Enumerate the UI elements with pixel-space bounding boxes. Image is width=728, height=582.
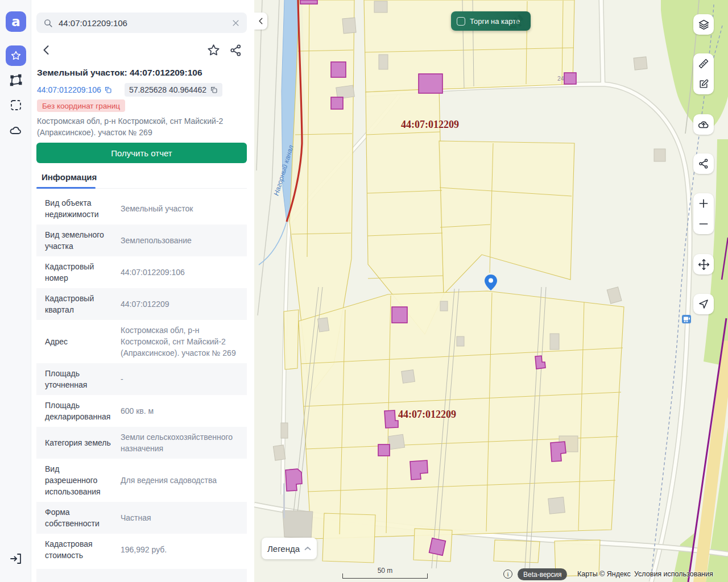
beta-badge: Beta-версия bbox=[518, 568, 567, 580]
zoom-in-button[interactable] bbox=[693, 193, 714, 214]
search-bar[interactable] bbox=[36, 13, 247, 33]
auctions-checkbox[interactable] bbox=[457, 17, 465, 26]
tab-information[interactable]: Информация bbox=[42, 172, 97, 182]
address-text: Костромская обл, р-н Костромской, снт Ма… bbox=[37, 115, 237, 138]
get-report-button[interactable]: Получить отчет bbox=[36, 143, 247, 163]
identifier-row: 44:07:012209:106 57.825628 40.964462 bbox=[37, 83, 251, 97]
table-row: Форма собственностиЧастная bbox=[36, 502, 247, 534]
quarter-label: 44:07:012209 bbox=[398, 409, 456, 420]
tab-underline bbox=[36, 187, 96, 189]
logout-button[interactable] bbox=[7, 550, 24, 567]
app-logo[interactable]: a bbox=[6, 11, 26, 32]
clear-search-icon[interactable] bbox=[231, 19, 240, 27]
ruler-button[interactable] bbox=[693, 53, 714, 74]
panel-scrollbar[interactable] bbox=[283, 483, 285, 518]
polygon-icon bbox=[9, 73, 23, 88]
map-attribution: Карты © Яндекс bbox=[577, 570, 631, 578]
table-row: Вид разрешенного использованияДля ведени… bbox=[36, 459, 247, 502]
move-icon bbox=[698, 259, 710, 271]
cloud-upload-icon bbox=[697, 118, 710, 131]
table-row bbox=[36, 569, 247, 582]
copy-icon[interactable] bbox=[104, 86, 112, 94]
map-viewport[interactable]: 249 44:07:012209 44:07:012209 Нагорный к… bbox=[254, 0, 728, 582]
collapse-panel-button[interactable] bbox=[254, 13, 267, 30]
info-icon[interactable]: i bbox=[503, 569, 512, 579]
search-icon bbox=[43, 18, 53, 28]
pan-button[interactable] bbox=[693, 254, 714, 275]
favorite-star-icon[interactable] bbox=[206, 43, 221, 57]
zoom-group bbox=[693, 193, 714, 234]
upload-button[interactable] bbox=[693, 114, 714, 135]
share-icon[interactable] bbox=[229, 44, 242, 57]
share-icon bbox=[698, 158, 709, 169]
legend-label: Легенда bbox=[267, 544, 300, 554]
legend-button[interactable]: Легенда bbox=[262, 538, 317, 559]
cloud-button[interactable] bbox=[7, 122, 24, 139]
navigation-icon bbox=[698, 298, 709, 310]
dashed-square-icon bbox=[9, 98, 23, 112]
minus-icon bbox=[698, 218, 709, 230]
search-input[interactable] bbox=[59, 18, 231, 28]
edit-icon bbox=[698, 78, 709, 90]
table-row: Вид объекта недвижимостиЗемельный участо… bbox=[36, 193, 247, 225]
coordinates-chip[interactable]: 57.825628 40.964462 bbox=[125, 83, 222, 97]
gavel-icon bbox=[506, 11, 530, 31]
locate-button[interactable] bbox=[693, 294, 714, 314]
map-scale: 50 m bbox=[342, 568, 428, 579]
cadastral-number: 44:07:012209:106 bbox=[37, 85, 101, 94]
table-row: Кадастровый квартал44:07:012209 bbox=[36, 288, 247, 320]
table-row: Вид земельного участкаЗемлепользование bbox=[36, 225, 247, 256]
icon-rail: a bbox=[0, 0, 31, 582]
map-canvas[interactable]: 249 44:07:012209 44:07:012209 Нагорный к… bbox=[254, 0, 728, 582]
logout-icon bbox=[9, 552, 23, 566]
cloud-icon bbox=[9, 123, 23, 138]
star-icon bbox=[10, 50, 22, 61]
cadastral-number-link[interactable]: 44:07:012209:106 bbox=[37, 85, 112, 94]
scale-label: 50 m bbox=[342, 567, 428, 575]
tab-bar: Информация bbox=[36, 168, 247, 189]
map-share-button[interactable] bbox=[693, 153, 714, 174]
coordinates-value: 57.825628 40.964462 bbox=[129, 85, 206, 94]
table-row: Кадастровая стоимость196,992 руб. bbox=[36, 534, 247, 566]
layers-button[interactable] bbox=[693, 14, 714, 35]
favorites-button[interactable] bbox=[6, 45, 26, 66]
map-pin[interactable] bbox=[485, 275, 497, 290]
bus-stop-icon[interactable] bbox=[682, 315, 691, 323]
copy-icon[interactable] bbox=[210, 86, 218, 94]
table-row: Категория земельЗемли сельскохозяйственн… bbox=[36, 427, 247, 459]
chevron-up-icon bbox=[304, 546, 311, 551]
measure-draw-group bbox=[693, 53, 714, 94]
zoom-out-button[interactable] bbox=[693, 214, 714, 234]
table-row: Площадь декларированная600 кв. м bbox=[36, 395, 247, 427]
page-title: Земельный участок: 44:07:012209:106 bbox=[37, 68, 251, 78]
terms-link[interactable]: Условия использования bbox=[634, 570, 713, 578]
chevron-left-icon bbox=[257, 17, 265, 25]
ruler-icon bbox=[698, 58, 709, 69]
info-table: Вид объекта недвижимостиЗемельный участо… bbox=[36, 193, 247, 582]
auctions-toggle[interactable]: Торги на карте bbox=[451, 11, 531, 31]
layers-icon bbox=[698, 19, 710, 31]
plus-icon bbox=[698, 198, 709, 209]
back-icon[interactable] bbox=[40, 43, 53, 57]
table-row: Кадастровый номер44:07:012209:106 bbox=[36, 256, 247, 288]
detail-panel: Земельный участок: 44:07:012209:106 44:0… bbox=[31, 0, 254, 582]
draw-button[interactable] bbox=[693, 74, 714, 94]
detail-header bbox=[36, 42, 247, 59]
table-row: Площадь уточненная- bbox=[36, 363, 247, 395]
table-row: АдресКостромская обл, р-н Костромской, с… bbox=[36, 320, 247, 363]
select-area-button[interactable] bbox=[7, 97, 24, 114]
no-borders-badge: Без координат границ bbox=[37, 99, 125, 112]
polygon-measure-button[interactable] bbox=[7, 72, 24, 89]
app-logo-icon: a bbox=[11, 14, 20, 29]
quarter-label: 44:07:012209 bbox=[401, 119, 459, 130]
stream bbox=[259, 222, 287, 265]
